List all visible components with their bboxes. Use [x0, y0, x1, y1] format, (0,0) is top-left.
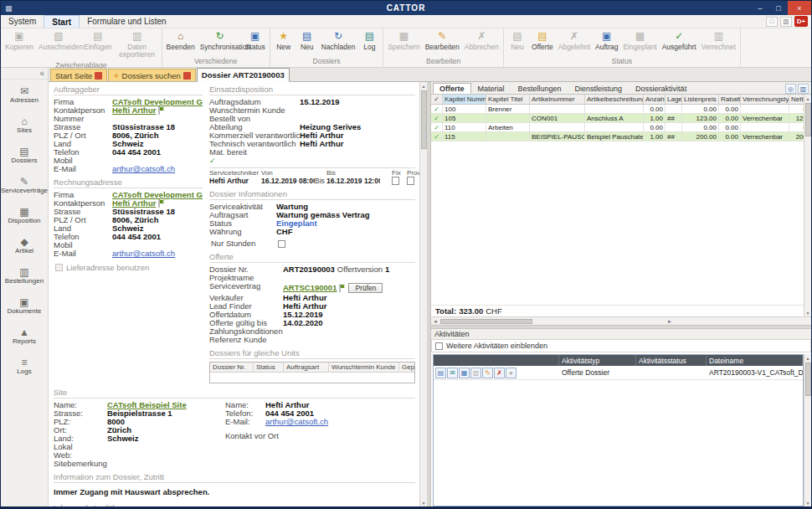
abbrechen-button[interactable]: ✗ Abbrechen: [462, 29, 501, 52]
window-style-icon[interactable]: □: [766, 17, 778, 27]
status-ausgefuehrt-button[interactable]: ✓ Ausgeführt: [660, 29, 699, 52]
status-auftrag-button[interactable]: ▣ Auftrag: [593, 29, 620, 52]
daten-exportieren-button[interactable]: ▥ Daten exportieren: [115, 29, 160, 60]
close-tab-icon[interactable]: [95, 72, 102, 80]
sidebar-collapse-button[interactable]: «: [1, 68, 48, 80]
print-icon[interactable]: ▥: [470, 368, 481, 378]
sidebar-item-artikel[interactable]: ◆ Artikel: [1, 230, 48, 260]
kontakt-email-link[interactable]: arthur@catsoft.ch: [265, 418, 328, 426]
scrollbar-thumb[interactable]: [421, 90, 427, 149]
firma-link[interactable]: CATsoft Development GmbH: [112, 191, 203, 199]
scroll-up-icon[interactable]: ▲: [804, 354, 811, 362]
column-header[interactable]: Artikelnummer: [530, 95, 585, 105]
prov-checkbox[interactable]: [407, 177, 414, 185]
einfuegen-button[interactable]: ▤ Einfügen: [81, 29, 115, 52]
edit-icon[interactable]: ✎: [482, 368, 493, 378]
tab-dossieraktivitaet[interactable]: Dossieraktivität: [629, 83, 693, 94]
tab-offerte[interactable]: Offerte: [433, 83, 471, 94]
grid-horizontal-scrollbar[interactable]: ◄ ►: [431, 316, 811, 325]
sidebar-item-adressen[interactable]: ✉ Adressen: [1, 80, 48, 110]
menu-start[interactable]: Start: [44, 15, 80, 28]
status-neu-button[interactable]: ▤ Neu: [506, 29, 529, 52]
scroll-up-icon[interactable]: ▲: [804, 95, 811, 102]
status-button[interactable]: ▣ Status: [243, 29, 268, 52]
servicevertrag-link[interactable]: ARTSC190001: [283, 284, 337, 292]
sidebar-item-dossiers[interactable]: ▤ Dossiers: [1, 140, 48, 170]
column-header[interactable]: Aktivitätstyp: [559, 355, 636, 366]
scrollbar-thumb[interactable]: [805, 103, 811, 136]
servicetechniker-row[interactable]: Hefti Arthur 16.12.2019 08:00 Bis 16.12.…: [209, 177, 415, 185]
email-link[interactable]: arthur@catsoft.ch: [112, 249, 175, 258]
table-row[interactable]: ▤ ✉ ▦ ▥ ✎ ✗ ● Offerte Dossier: [434, 366, 803, 380]
table-row[interactable]: ✓ 110 Arbeiten 0.00 0.00 0.00: [431, 123, 804, 132]
column-header[interactable]: Kapitel Titel: [486, 95, 530, 105]
scrollbar-thumb[interactable]: [440, 319, 532, 324]
sidebar-item-logs[interactable]: ≡ Logs: [1, 351, 48, 381]
tab-dossier-art20190003[interactable]: Dossier ART20190003: [197, 68, 290, 82]
status-verrechnet-button[interactable]: ▥ Verrechnet: [699, 29, 738, 52]
open-document-icon[interactable]: ▤: [435, 368, 446, 378]
column-header[interactable]: Lager: [666, 95, 682, 105]
sidebar-item-bestellungen[interactable]: ▥ Bestellungen: [1, 260, 48, 290]
tab-dienstleistung[interactable]: Dienstleistung: [568, 83, 630, 94]
delete-icon[interactable]: ✗: [494, 368, 505, 378]
close-button[interactable]: ×: [788, 1, 811, 15]
pruefen-button[interactable]: Prüfen: [348, 283, 383, 293]
kontaktperson-link[interactable]: Hefti Arthur: [112, 106, 156, 115]
table-row[interactable]: ✓ 115 BEISPIEL-PAUSCHALE Beispiel Pausch…: [431, 132, 804, 141]
status-offerte-button[interactable]: ▤ Offerte: [529, 29, 556, 52]
scroll-down-icon[interactable]: ▼: [804, 309, 811, 316]
email-link[interactable]: arthur@catsoft.ch: [112, 165, 175, 173]
column-header[interactable]: Anzahl: [644, 95, 666, 105]
column-header[interactable]: Nettopreis: [789, 95, 804, 105]
close-tab-icon[interactable]: [183, 72, 191, 80]
site-link[interactable]: CATsoft Beispiel Site: [107, 401, 187, 409]
sidebar-item-reports[interactable]: ▲ Reports: [1, 321, 48, 351]
menu-system[interactable]: System: [1, 15, 44, 28]
table-row[interactable]: ✓ 105 CON001 Anschluss A 1.00 ## 123.00: [431, 114, 804, 123]
sidebar-item-sites[interactable]: ⌂ Sites: [1, 110, 48, 140]
scroll-right-icon[interactable]: ►: [666, 319, 674, 324]
column-options-icon[interactable]: ▥: [798, 84, 809, 94]
column-header[interactable]: Kapitel Nummer: [443, 95, 486, 105]
form-scrollbar[interactable]: ▲ ▼: [419, 82, 427, 506]
mat-bereit-check-icon[interactable]: ✓: [209, 157, 216, 165]
tab-start-seite[interactable]: Start Seite: [50, 69, 107, 81]
column-header[interactable]: Artikelbeschreibung: [585, 95, 644, 105]
save-icon[interactable]: ▦: [459, 368, 470, 378]
zoom-icon[interactable]: ◎: [785, 84, 796, 94]
kontaktperson-link[interactable]: Hefti Arthur: [112, 199, 156, 208]
sidebar-item-dokumente[interactable]: ▣ Dokumente: [1, 290, 48, 321]
synchronisation-button[interactable]: ↻ Synchronisation: [198, 29, 243, 52]
log-button[interactable]: ▤ Log: [357, 29, 381, 52]
table-row[interactable]: ✓ 100 Brenner 0.00 0.00 0.00: [431, 105, 804, 114]
column-header[interactable]: Rabatt: [719, 95, 741, 105]
aktivitaeten-scrollbar[interactable]: ▲ ▼: [804, 354, 811, 506]
column-header[interactable]: Verrechnungstyp: [741, 95, 789, 105]
sidebar-item-servicevertraege[interactable]: ✎ Serviceverträge: [1, 170, 48, 200]
sidebar-item-disposition[interactable]: ▦ Disposition: [1, 200, 48, 230]
lieferadresse-checkbox[interactable]: [55, 264, 63, 271]
more-icon[interactable]: ●: [506, 368, 516, 378]
tab-material[interactable]: Material: [471, 83, 511, 94]
minimize-button[interactable]: –: [751, 1, 769, 15]
fix-checkbox[interactable]: [392, 177, 399, 185]
select-all-check-icon[interactable]: ✓: [431, 95, 443, 105]
speichern-button[interactable]: ▦ Speichern: [385, 29, 422, 52]
layout-icon[interactable]: ▥: [780, 17, 792, 27]
beenden-button[interactable]: ⌂ Beenden: [164, 29, 198, 52]
column-header[interactable]: Dateiname: [707, 355, 803, 366]
bearbeiten-button[interactable]: ✎ Bearbeiten: [423, 29, 462, 52]
kopieren-button[interactable]: ▣ Kopieren: [3, 29, 36, 52]
grid-scrollbar[interactable]: ▲ ▼: [804, 95, 811, 316]
column-header[interactable]: Aktivitätsstatus: [636, 355, 707, 366]
firma-link[interactable]: CATsoft Development GmbH: [112, 98, 203, 106]
scrollbar-thumb[interactable]: [805, 362, 811, 396]
units-table[interactable]: Dossier Nr. Status Auftragsart Wunschter…: [209, 362, 415, 383]
nachladen-button[interactable]: ↻ Nachladen: [319, 29, 358, 52]
new-button[interactable]: ★ New: [272, 29, 296, 52]
status-abgelehnt-button[interactable]: ✗ Abgelehnt: [556, 29, 593, 52]
neu-button[interactable]: ▤ Neu: [296, 29, 319, 52]
scroll-down-icon[interactable]: ▼: [804, 499, 811, 506]
scroll-left-icon[interactable]: ◄: [431, 319, 439, 324]
